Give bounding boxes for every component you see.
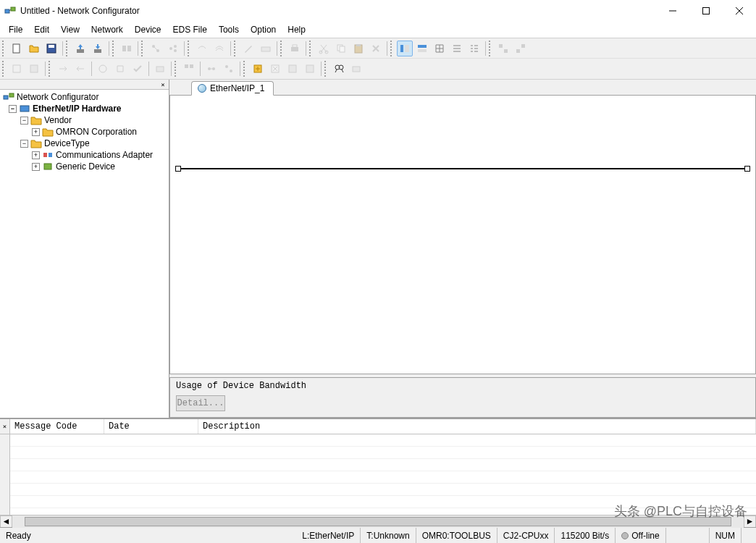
- tool-button[interactable]: [267, 61, 283, 77]
- tree-close-button[interactable]: ×: [159, 80, 167, 89]
- col-date[interactable]: Date: [104, 419, 198, 434]
- toolbar-grip[interactable]: [324, 61, 328, 77]
- toolbar-grip[interactable]: [112, 41, 116, 56]
- check-button[interactable]: [130, 61, 146, 77]
- list-button[interactable]: [449, 41, 465, 56]
- tool-button[interactable]: [285, 61, 301, 77]
- collapse-icon[interactable]: −: [9, 105, 17, 113]
- minimize-button[interactable]: [656, 0, 689, 22]
- tool-button[interactable]: [194, 41, 210, 56]
- col-message-code[interactable]: Message Code: [10, 419, 104, 434]
- toolbar-grip[interactable]: [2, 61, 6, 77]
- toolbar-grip[interactable]: [175, 61, 178, 77]
- toolbar-grip[interactable]: [2, 41, 6, 56]
- tool-button[interactable]: [165, 41, 181, 56]
- expand-icon[interactable]: +: [32, 163, 40, 171]
- device-tree[interactable]: Network Configurator − EtherNet/IP Hardw…: [0, 90, 169, 418]
- delete-button[interactable]: [368, 41, 384, 56]
- menu-help[interactable]: Help: [282, 23, 311, 36]
- tool-button[interactable]: [119, 41, 135, 56]
- maximize-button[interactable]: [689, 0, 723, 22]
- col-description[interactable]: Description: [198, 419, 756, 434]
- view-mode-1-button[interactable]: [397, 41, 413, 56]
- tool-button[interactable]: [72, 61, 88, 77]
- download-button[interactable]: [90, 41, 106, 56]
- paste-button[interactable]: [350, 41, 366, 56]
- svg-rect-41: [185, 64, 188, 68]
- toolbar-grip[interactable]: [309, 41, 313, 56]
- menu-tools[interactable]: Tools: [213, 23, 245, 36]
- eds-install-button[interactable]: [250, 61, 266, 77]
- toolbar-grip[interactable]: [280, 41, 284, 56]
- view-mode-2-button[interactable]: [414, 41, 430, 56]
- tool-button[interactable]: [95, 61, 111, 77]
- menu-option[interactable]: Option: [245, 23, 282, 36]
- tool-button[interactable]: [221, 61, 237, 77]
- collapse-icon[interactable]: −: [20, 117, 28, 125]
- tool-button[interactable]: [513, 41, 529, 56]
- network-canvas[interactable]: [169, 96, 756, 374]
- message-list[interactable]: [10, 434, 756, 515]
- print-button[interactable]: [287, 41, 303, 56]
- menu-view[interactable]: View: [55, 23, 85, 36]
- tool-button[interactable]: [258, 41, 274, 56]
- collapse-icon[interactable]: −: [20, 140, 28, 148]
- close-button[interactable]: [723, 0, 756, 22]
- expand-icon[interactable]: +: [32, 151, 40, 159]
- tool-button[interactable]: [302, 61, 318, 77]
- svg-point-46: [225, 65, 228, 68]
- detail-button[interactable]: Detail...: [176, 395, 225, 411]
- menu-eds-file[interactable]: EDS File: [167, 23, 213, 36]
- network-bus-line[interactable]: [176, 168, 749, 169]
- svg-rect-12: [122, 46, 126, 51]
- tool-button[interactable]: [211, 41, 227, 56]
- toolbar-grip[interactable]: [49, 61, 52, 77]
- svg-rect-57: [4, 96, 8, 99]
- toolbars: [0, 38, 756, 80]
- message-close-button[interactable]: ×: [0, 419, 10, 434]
- tool-button[interactable]: [181, 61, 197, 77]
- upload-button[interactable]: [72, 41, 88, 56]
- svg-point-43: [208, 67, 211, 70]
- tool-button[interactable]: [55, 61, 71, 77]
- tool-button[interactable]: [203, 61, 219, 77]
- toolbar-grip[interactable]: [141, 41, 145, 56]
- open-button[interactable]: [26, 41, 42, 56]
- scroll-left-button[interactable]: ◄: [0, 515, 12, 528]
- wizard-button[interactable]: [240, 41, 256, 56]
- expand-icon[interactable]: +: [32, 128, 40, 136]
- scroll-right-button[interactable]: ►: [744, 515, 756, 528]
- menu-edit[interactable]: Edit: [28, 23, 55, 36]
- toolbar-grip[interactable]: [66, 41, 70, 56]
- save-button[interactable]: [43, 41, 59, 56]
- globe-icon: [198, 84, 206, 93]
- tool-button[interactable]: [26, 61, 42, 77]
- menu-network[interactable]: Network: [85, 23, 129, 36]
- svg-rect-30: [405, 45, 409, 52]
- tool-button[interactable]: [148, 41, 164, 56]
- detail-button[interactable]: [466, 41, 482, 56]
- tab-ethernet-ip-1[interactable]: EtherNet/IP_1: [191, 81, 274, 96]
- tool-button[interactable]: [348, 61, 364, 77]
- tool-button[interactable]: [495, 41, 511, 56]
- toolbar-grip[interactable]: [390, 41, 394, 56]
- tool-button[interactable]: [112, 61, 128, 77]
- grid-button[interactable]: [432, 41, 448, 56]
- cut-button[interactable]: [316, 41, 332, 56]
- toolbar-grip[interactable]: [243, 61, 247, 77]
- toolbar-grip[interactable]: [234, 41, 238, 56]
- tool-button[interactable]: [9, 61, 25, 77]
- horizontal-scrollbar[interactable]: ◄ ►: [0, 515, 756, 527]
- svg-point-19: [174, 49, 177, 52]
- copy-button[interactable]: [333, 41, 349, 56]
- hardware-icon: [19, 104, 30, 114]
- scrollbar-thumb[interactable]: [25, 517, 731, 526]
- menu-file[interactable]: File: [3, 23, 28, 36]
- toolbar-grip[interactable]: [188, 41, 191, 56]
- svg-point-39: [99, 65, 106, 72]
- toolbar-grip[interactable]: [489, 41, 492, 56]
- find-button[interactable]: [331, 61, 347, 77]
- new-button[interactable]: [9, 41, 25, 56]
- tool-button[interactable]: [152, 61, 168, 77]
- menu-device[interactable]: Device: [129, 23, 167, 36]
